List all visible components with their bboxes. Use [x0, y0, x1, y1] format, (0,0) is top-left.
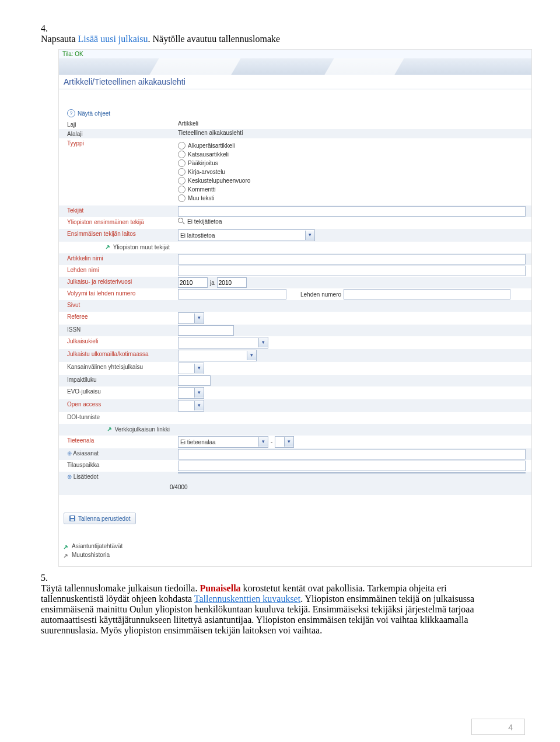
input-year2[interactable] — [217, 277, 247, 288]
select-tieteenala[interactable]: Ei tieteenalaa▾ — [178, 436, 268, 448]
radio-option[interactable]: Muu teksti — [178, 194, 250, 203]
row-tyyppi: Tyyppi Alkuperäisartikkeli Katsausartikk… — [59, 138, 531, 205]
label-laji: Laji — [59, 120, 178, 128]
save-button[interactable]: Tallenna perustiedot — [64, 513, 136, 524]
label-laitos: Ensimmäisen tekijän laitos — [59, 229, 178, 237]
step-4-link: Lisää uusi julkaisu — [78, 34, 148, 44]
row-evo: EVO-julkaisu ▾ — [59, 386, 531, 399]
radio-option[interactable]: Pääkirjoitus — [178, 159, 250, 168]
label-tekijat: Tekijät — [59, 206, 178, 214]
row-ensimmainen-tekija: Yliopiston ensimmäinen tekijä Ei tekijät… — [59, 217, 531, 229]
select-evo[interactable]: ▾ — [178, 387, 204, 399]
first-author-value: Ei tekijätietoa — [187, 218, 222, 225]
textarea-lisatiedot[interactable] — [178, 472, 526, 473]
svg-rect-1 — [71, 516, 74, 518]
input-year1[interactable] — [178, 277, 208, 288]
value-laji: Artikkeli — [178, 120, 531, 127]
input-article-name[interactable] — [178, 254, 526, 264]
row-ulkomailla: Julkaistu ulkomailla/kotimaassa ▾ — [59, 349, 531, 362]
row-tilauspaikka: Tilauspaikka — [59, 460, 531, 472]
input-volume[interactable] — [178, 289, 286, 299]
arrow-icon[interactable] — [106, 243, 111, 249]
select-oa[interactable]: ▾ — [178, 400, 204, 412]
help-icon: ? — [67, 109, 75, 117]
input-journal-name[interactable] — [178, 266, 526, 276]
save-icon — [69, 515, 76, 522]
row-muut-tekijat: Yliopiston muut tekijät — [59, 242, 531, 253]
select-kieli[interactable]: ▾ — [178, 337, 268, 349]
row-impaktiluku: Impaktiluku — [59, 375, 531, 386]
row-tieteenala: Tieteenala Ei tieteenalaa▾ - ▾ — [59, 436, 531, 448]
search-icon[interactable] — [178, 218, 185, 225]
radio-option[interactable]: Alkuperäisartikkeli — [178, 141, 250, 150]
row-issn: ISSN — [59, 325, 531, 336]
select-kansainv[interactable]: ▾ — [178, 363, 204, 374]
row-open-access: Open access ▾ — [59, 399, 531, 412]
row-asiasanat: ⊕ Asiasanat — [59, 448, 531, 460]
step-4: 4. Napsauta Lisää uusi julkaisu. Näytöll… — [41, 23, 525, 44]
input-impakti[interactable] — [178, 375, 211, 386]
red-highlight: Punaisella — [200, 583, 240, 593]
radio-option[interactable]: Katsausartikkeli — [178, 150, 250, 159]
input-tilauspaikka[interactable] — [178, 461, 526, 471]
label-alalaji: Alalaji — [59, 130, 178, 137]
step-4-text-post: . Näytölle avautuu tallennuslomake — [148, 34, 281, 44]
select-referee[interactable]: ▾ — [178, 312, 204, 324]
arrow-icon — [64, 544, 69, 549]
form-screenshot: Tila: OK Artikkeli/Tieteellinen aikakaus… — [58, 49, 532, 567]
radio-option[interactable]: Kirja-arvostelu — [178, 168, 250, 176]
row-referee: Referee ▾ — [59, 312, 531, 325]
row-volyymi: Volyymi tai lehden numero Lehden numero — [59, 288, 531, 300]
row-artikkelin-nimi: Artikkelin nimi — [59, 253, 531, 265]
form-title: Artikkeli/Tieteellinen aikakauslehti — [59, 75, 531, 89]
link-expert-tasks[interactable]: Asiantuntijatehtävät — [64, 542, 531, 551]
row-laji: Laji Artikkeli — [59, 120, 531, 129]
svg-rect-2 — [71, 519, 74, 521]
tyyppi-options: Alkuperäisartikkeli Katsausartikkeli Pää… — [178, 139, 531, 205]
row-laitos: Ensimmäisen tekijän laitos Ei laitostiet… — [59, 229, 531, 242]
row-alalaji: Alalaji Tieteellinen aikakauslehti — [59, 129, 531, 138]
arrow-icon[interactable] — [107, 426, 113, 431]
row-verkkolinkki: Verkkojulkaisun linkki — [59, 424, 531, 436]
row-kansainvalinen: Kansainvälinen yhteisjulkaisu ▾ — [59, 362, 531, 375]
step-5: 5. Täytä tallennuslomake julkaisun tiedo… — [41, 573, 525, 636]
link-change-history[interactable]: Muutoshistoria — [64, 551, 531, 559]
select-ulkomailla[interactable]: ▾ — [178, 350, 257, 361]
char-counter: 0/4000 — [170, 484, 188, 493]
row-tekijat: Tekijät — [59, 205, 531, 217]
header-decoration — [59, 58, 531, 75]
row-doi: DOI-tunniste — [59, 412, 531, 424]
label-tyyppi: Tyyppi — [59, 139, 178, 147]
row-lehden-nimi: Lehden nimi — [59, 265, 531, 277]
label-first-author: Yliopiston ensimmäinen tekijä — [59, 218, 178, 225]
input-asiasanat[interactable] — [178, 449, 526, 459]
input-issue[interactable] — [344, 289, 510, 299]
input-issn[interactable] — [178, 325, 234, 336]
status-line: Tila: OK — [59, 50, 531, 58]
step-4-text-pre: Napsauta — [41, 34, 78, 44]
radio-option[interactable]: Kommentti — [178, 185, 250, 194]
row-julkaisukieli: Julkaisukieli ▾ — [59, 336, 531, 349]
select-laitos[interactable]: Ei laitostietoa ▾ — [178, 229, 315, 241]
select-tieteenala-sub[interactable]: ▾ — [275, 436, 294, 448]
row-vuosi: Julkaisu- ja rekisterivuosi ja — [59, 277, 531, 288]
help-link[interactable]: ? Näytä ohjeet — [67, 109, 531, 117]
step-number: 5. — [41, 573, 57, 583]
radio-option[interactable]: Keskustelupuheenvuoro — [178, 176, 250, 185]
row-sivut: Sivut — [59, 300, 531, 312]
arrow-icon — [64, 552, 69, 558]
input-tekijat[interactable] — [178, 206, 526, 217]
value-alalaji: Tieteellinen aikakauslehti — [178, 130, 531, 136]
chevron-down-icon: ▾ — [305, 231, 314, 240]
step-number: 4. — [41, 23, 57, 34]
field-descriptions-link[interactable]: Tallennuskenttien kuvaukset — [194, 594, 300, 604]
row-lisatiedot: ⊕ Lisätiedot — [59, 472, 531, 483]
